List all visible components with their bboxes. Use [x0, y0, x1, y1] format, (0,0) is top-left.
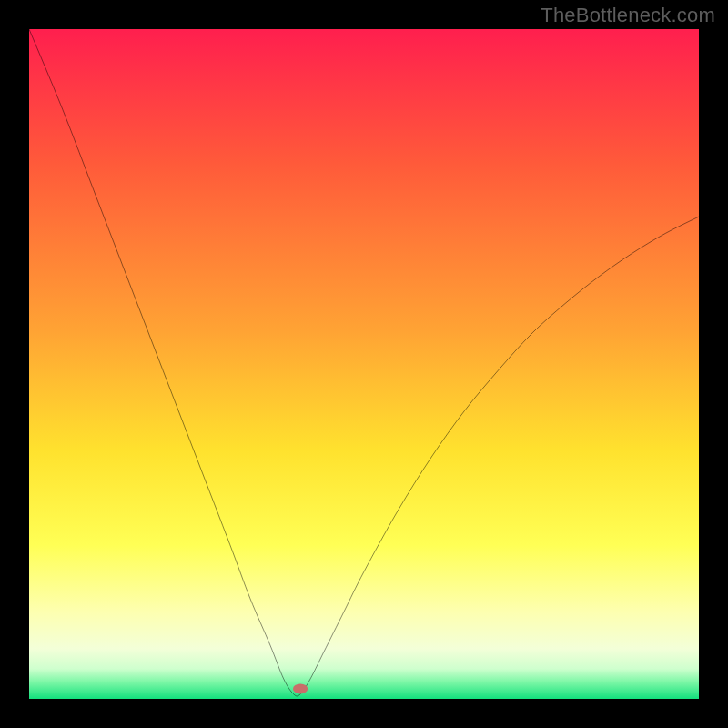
- optimum-marker: [293, 683, 308, 693]
- plot-background: [29, 29, 699, 699]
- chart-stage: TheBottleneck.com: [0, 0, 728, 728]
- watermark-text: TheBottleneck.com: [541, 4, 715, 27]
- bottleneck-chart: [29, 29, 699, 699]
